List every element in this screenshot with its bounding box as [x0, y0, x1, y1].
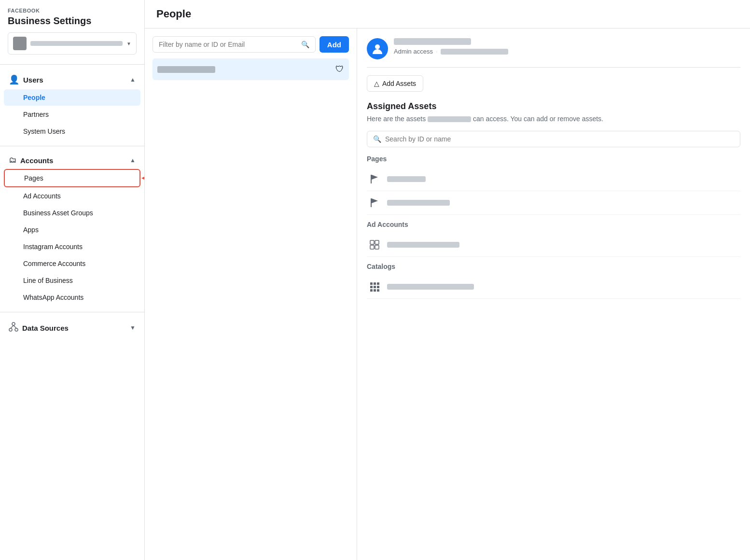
main-content: People 🔍 Add 🛡 — [145, 0, 750, 560]
red-arrow-annotation — [141, 173, 145, 183]
users-chevron: ▲ — [130, 76, 136, 83]
asset-item-page1[interactable] — [367, 168, 740, 191]
user-details: Admin access · — [394, 38, 740, 55]
people-search-wrap: 🔍 — [153, 36, 316, 53]
page-flag-svg-2 — [369, 197, 380, 208]
svg-rect-8 — [371, 175, 372, 183]
page-header: People — [145, 0, 750, 28]
svg-rect-16 — [370, 282, 373, 285]
svg-rect-20 — [374, 286, 376, 288]
svg-rect-15 — [375, 245, 379, 249]
catalogs-section: Catalogs — [367, 263, 740, 299]
asset-item-catalog1[interactable] — [367, 275, 740, 299]
svg-rect-18 — [377, 282, 379, 285]
accounts-section-title: 🗂 Accounts — [9, 156, 53, 165]
business-avatar — [13, 37, 27, 50]
svg-point-2 — [12, 322, 15, 325]
sidebar-item-line-of-business[interactable]: Line of Business — [4, 272, 140, 289]
user-role-label: Admin access — [394, 48, 433, 55]
page-icon-1 — [367, 171, 382, 187]
accounts-chevron: ▲ — [130, 157, 136, 164]
users-section-header[interactable]: 👤 Users ▲ — [4, 70, 140, 89]
user-info-row: Admin access · — [367, 38, 740, 68]
business-selector[interactable]: ▼ — [8, 32, 137, 55]
data-sources-section-header[interactable]: Data Sources ▼ — [4, 318, 140, 337]
sidebar-item-whatsapp-accounts[interactable]: WhatsApp Accounts — [4, 289, 140, 306]
asset-item-page2[interactable] — [367, 191, 740, 215]
assigned-assets-title: Assigned Assets — [367, 101, 740, 112]
catalog-name-blurred — [387, 284, 474, 290]
data-sources-icon — [9, 322, 18, 334]
svg-rect-12 — [370, 240, 374, 244]
page-title: People — [156, 8, 738, 28]
pages-section: Pages — [367, 155, 740, 215]
page-name-blurred-2 — [387, 200, 450, 206]
users-icon: 👤 — [9, 74, 19, 85]
page-name-blurred-1 — [387, 176, 426, 182]
assigned-assets-desc-before: Here are the assets — [367, 115, 426, 123]
add-assets-icon: △ — [374, 80, 379, 87]
catalog-icon — [367, 279, 382, 294]
users-nav-section: 👤 Users ▲ People Partners System Users — [0, 70, 144, 140]
catalogs-section-label: Catalogs — [367, 263, 740, 270]
sidebar-item-commerce-accounts[interactable]: Commerce Accounts — [4, 255, 140, 272]
asset-search-input[interactable] — [385, 135, 734, 143]
accounts-section-header[interactable]: 🗂 Accounts ▲ — [4, 152, 140, 168]
ad-account-name-blurred — [387, 242, 459, 248]
sidebar-item-instagram-accounts[interactable]: Instagram Accounts — [4, 238, 140, 255]
svg-rect-10 — [371, 198, 372, 207]
data-sources-chevron: ▼ — [130, 324, 136, 331]
data-sources-section-title: Data Sources — [9, 322, 69, 334]
svg-rect-21 — [377, 286, 379, 288]
sidebar-item-business-asset-groups[interactable]: Business Asset Groups — [4, 205, 140, 221]
search-icon: 🔍 — [301, 41, 309, 48]
accounts-nav-section: 🗂 Accounts ▲ Pages Ad Accounts Business … — [0, 152, 144, 306]
add-button[interactable]: Add — [319, 36, 349, 53]
sidebar-item-ad-accounts[interactable]: Ad Accounts — [4, 188, 140, 204]
pages-item-container: Pages — [4, 169, 140, 187]
business-name-blurred — [30, 41, 123, 46]
svg-rect-23 — [374, 289, 376, 292]
svg-marker-9 — [372, 175, 378, 180]
sidebar-item-apps[interactable]: Apps — [4, 222, 140, 238]
sidebar-item-partners[interactable]: Partners — [4, 106, 140, 123]
svg-rect-13 — [375, 240, 379, 244]
search-row: 🔍 Add — [153, 36, 349, 53]
sidebar-item-system-users[interactable]: System Users — [4, 123, 140, 140]
ad-account-svg — [369, 239, 380, 250]
add-assets-label: Add Assets — [382, 80, 416, 87]
svg-point-4 — [15, 328, 18, 331]
svg-rect-22 — [370, 289, 373, 292]
accounts-icon: 🗂 — [9, 156, 16, 165]
sidebar-divider-3 — [0, 312, 144, 312]
asset-search-wrap: 🔍 — [367, 131, 740, 147]
svg-line-5 — [11, 325, 14, 328]
users-section-title: 👤 Users — [9, 74, 43, 85]
user-name-blurred — [394, 38, 471, 45]
sidebar-item-people[interactable]: People — [4, 89, 140, 106]
sidebar-header: FACEBOOK Business Settings ▼ — [0, 0, 144, 58]
add-assets-button[interactable]: △ Add Assets — [367, 75, 423, 92]
ad-accounts-section: Ad Accounts — [367, 221, 740, 257]
shield-icon: 🛡 — [335, 64, 344, 74]
person-list-item[interactable]: 🛡 — [153, 58, 349, 80]
sidebar-divider-1 — [0, 64, 144, 65]
data-sources-nav-section: Data Sources ▼ — [0, 318, 144, 337]
user-name-blurred-2 — [428, 116, 471, 122]
data-sources-svg — [9, 322, 18, 332]
svg-rect-24 — [377, 289, 379, 292]
users-label: Users — [23, 76, 43, 84]
page-flag-svg-1 — [369, 174, 380, 184]
svg-point-7 — [375, 44, 380, 49]
asset-search-icon: 🔍 — [373, 135, 381, 143]
business-settings-title: Business Settings — [8, 15, 137, 27]
svg-marker-11 — [372, 198, 378, 203]
avatar-icon — [371, 42, 384, 55]
details-panel: Admin access · △ Add Assets Assigned Ass… — [357, 28, 750, 560]
people-search-input[interactable] — [159, 41, 297, 48]
facebook-label: FACEBOOK — [8, 8, 137, 14]
asset-item-ad1[interactable] — [367, 233, 740, 257]
sidebar-item-pages[interactable]: Pages — [4, 169, 140, 187]
svg-rect-19 — [370, 286, 373, 288]
sidebar-divider-2 — [0, 146, 144, 146]
